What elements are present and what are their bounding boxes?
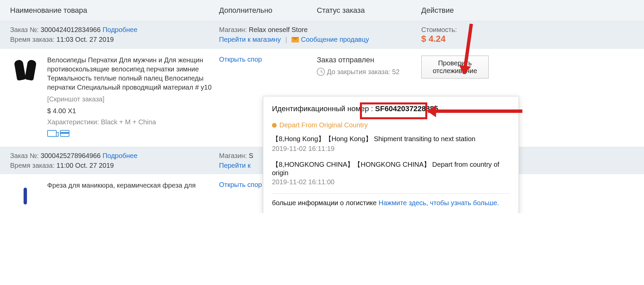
order-close-countdown: До закрытия заказа: 52 (317, 68, 421, 76)
order-time-label: Время заказа: (10, 162, 55, 169)
header-status: Статус заказа (317, 6, 421, 15)
tracking-status-text: Depart From Original Country (279, 121, 368, 129)
separator: | (285, 36, 287, 43)
annotation-arrow-left (428, 109, 522, 113)
order-time-value: 11:00 Oct. 27 2019 (57, 162, 114, 169)
store-name-partial: S (249, 152, 253, 159)
order-time-label: Время заказа: (10, 36, 55, 43)
tracking-id-label: Идентификационный номер : (272, 104, 373, 113)
tracking-event-time: 2019-11-02 16:11:00 (272, 178, 510, 186)
payment-icon[interactable] (60, 130, 69, 137)
store-name: Relax oneself Store (249, 26, 308, 33)
orders-table-header: Наименование товара Дополнительно Статус… (0, 0, 644, 21)
order-time-value: 11:03 Oct. 27 2019 (57, 36, 114, 43)
clock-icon (317, 68, 325, 76)
mail-icon (292, 37, 299, 42)
shipping-status: Заказ отправлен (317, 56, 421, 64)
header-name: Наименование товара (10, 6, 219, 15)
product-thumbnail[interactable] (10, 56, 40, 86)
product-title[interactable]: Велосипеды Перчатки Для мужчин и Для жен… (47, 56, 219, 92)
header-action: Действие (421, 6, 519, 15)
order-details-link[interactable]: Подробнее (102, 26, 137, 33)
order-number-label: Заказ №: (10, 26, 39, 33)
status-dot-icon (272, 123, 277, 128)
product-title[interactable]: Фреза для маникюра, керамическая фреза д… (47, 181, 219, 190)
store-label: Магазин: (219, 26, 247, 33)
product-spec: Характеристики: Black + M + China (47, 118, 219, 126)
product-thumbnail[interactable] (10, 181, 40, 211)
more-info-label: больше информации о логистике (272, 199, 377, 207)
order-summary-bar: Заказ №: 3000424012834966 Подробнее Врем… (0, 21, 644, 49)
order-number-value: 3000424012834966 (41, 26, 101, 33)
open-dispute-link[interactable]: Открыть спор (219, 181, 262, 188)
order-number-label: Заказ №: (10, 152, 39, 159)
open-dispute-link[interactable]: Открыть спор (219, 56, 262, 63)
more-info-link[interactable]: Нажмите здесь, чтобы узнать больше. (378, 199, 499, 207)
annotation-highlight-box (360, 102, 427, 119)
order-number-value: 3000425278964966 (41, 152, 101, 159)
tracking-event-time: 2019-11-02 16:11:19 (272, 145, 510, 153)
nail-bit-icon (24, 188, 27, 204)
shipping-icon[interactable] (47, 130, 57, 137)
order-details-link[interactable]: Подробнее (102, 152, 137, 159)
check-tracking-button[interactable]: Проверить отслеживание (421, 56, 489, 78)
tracking-event: 【8,Hong Kong】【Hong Kong】 Shipment transi… (272, 134, 510, 144)
go-to-store-link[interactable]: Перейти к магазину (219, 36, 281, 43)
go-to-store-link[interactable]: Перейти к (219, 162, 251, 169)
tracking-event: 【8,HONGKONG CHINA】【HONGKONG CHINA】 Depar… (272, 160, 510, 177)
header-extra: Дополнительно (219, 6, 317, 15)
message-seller-link[interactable]: Сообщение продавцу (301, 36, 369, 43)
gloves-icon (13, 57, 37, 84)
store-label: Магазин: (219, 152, 247, 159)
close-countdown-text: До закрытия заказа: 52 (327, 68, 400, 76)
product-price-qty: $ 4.00 X1 (47, 107, 219, 115)
screenshot-label: [Скриншот заказа] (47, 95, 219, 103)
